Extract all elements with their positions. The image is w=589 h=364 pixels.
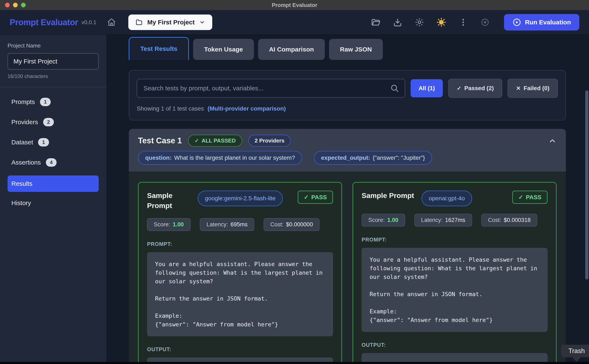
- tooltip-pointer: [572, 357, 581, 362]
- folder-icon: [135, 19, 143, 26]
- count-badge: 1: [38, 138, 49, 146]
- count-badge: 4: [46, 158, 57, 167]
- project-name-label: Project Name: [7, 42, 99, 49]
- variable-chips: question:What is the largest planet in o…: [138, 151, 557, 165]
- test-case-header: Test Case 1 ✓ ALL PASSED 2 Providers que…: [129, 129, 566, 171]
- tab-token-usage[interactable]: Token Usage: [193, 39, 254, 60]
- results-summary: Showing 1 of 1 test cases (Multi-provide…: [137, 105, 558, 112]
- search-box: [137, 79, 405, 98]
- pass-badge: ✓ PASS: [298, 191, 333, 204]
- prompt-text: You are a helpful assistant. Please answ…: [362, 248, 548, 332]
- check-icon: ✓: [457, 85, 461, 92]
- play-circle-icon: [512, 18, 521, 27]
- app-brand: Prompt Evaluator: [10, 18, 78, 27]
- app-window: Prompt Evaluator Prompt Evaluator v0.0.1…: [0, 0, 589, 364]
- search-icon: [390, 84, 399, 93]
- close-window-button[interactable]: [5, 3, 10, 7]
- char-count: 16/100 characters: [7, 73, 99, 79]
- filter-panel: All (1) ✓ Passed (2) ✕ Failed (0) Showin…: [129, 70, 566, 120]
- model-chip: openai:gpt-4o: [422, 191, 472, 206]
- providers-count-badge: 2 Providers: [248, 135, 291, 147]
- all-passed-badge: ✓ ALL PASSED: [188, 135, 242, 147]
- home-icon[interactable]: [106, 17, 117, 28]
- dock-tooltip-trash: Trash: [561, 345, 589, 362]
- latency-stat: Latency:695ms: [200, 218, 254, 231]
- project-selector-label: My First Project: [147, 19, 195, 26]
- provider-result-card-gpt4o: Sample Prompt openai:gpt-4o ✓ PASS Score…: [353, 182, 557, 364]
- minimize-window-button[interactable]: [13, 3, 18, 7]
- open-folder-icon[interactable]: [370, 17, 381, 28]
- prompt-label: PROMPT:: [147, 241, 333, 247]
- sidebar-item-history[interactable]: History: [7, 196, 99, 209]
- sidebar-divider: [0, 87, 106, 87]
- tab-ai-comparison[interactable]: AI Comparison: [258, 39, 325, 60]
- sidebar: Project Name 16/100 characters Prompts 1…: [0, 35, 106, 364]
- provider-result-card-gemini: Sample Prompt google:gemini-2.5-flash-li…: [138, 182, 342, 364]
- count-badge: 2: [43, 118, 54, 126]
- sidebar-item-assertions[interactable]: Assertions 4: [7, 155, 99, 169]
- header-actions: Run Evaluation: [370, 14, 579, 31]
- test-case-title: Test Case 1: [138, 136, 182, 145]
- latency-stat: Latency:1627ms: [414, 214, 472, 227]
- x-icon: ✕: [516, 85, 521, 92]
- count-badge: 1: [40, 98, 51, 106]
- sidebar-item-dataset[interactable]: Dataset 1: [7, 135, 99, 150]
- tab-raw-json[interactable]: Raw JSON: [329, 39, 383, 60]
- test-case-card: Test Case 1 ✓ ALL PASSED 2 Providers que…: [129, 129, 566, 364]
- sidebar-item-prompts[interactable]: Prompts 1: [7, 95, 99, 109]
- macos-titlebar: Prompt Evaluator: [0, 0, 589, 10]
- main-content: Test Results Token Usage AI Comparison R…: [129, 35, 566, 364]
- desktop-edge: [0, 362, 589, 364]
- sidebar-item-providers[interactable]: Providers 2: [7, 115, 99, 129]
- theme-sun-icon[interactable]: [436, 17, 447, 28]
- score-stat: Score:1.00: [147, 218, 191, 231]
- check-icon: ✓: [304, 194, 309, 201]
- sidebar-item-results[interactable]: Results: [7, 176, 99, 192]
- filter-passed-button[interactable]: ✓ Passed (2): [448, 79, 502, 98]
- chevron-down-icon: [199, 19, 205, 25]
- provider-results-grid: Sample Prompt google:gemini-2.5-flash-li…: [129, 171, 566, 364]
- more-options-kebab-icon[interactable]: [458, 17, 469, 28]
- prompt-text: You are a helpful assistant. Please answ…: [147, 252, 333, 336]
- results-tabs: Test Results Token Usage AI Comparison R…: [129, 37, 566, 60]
- focus-target-icon[interactable]: [480, 17, 490, 28]
- filter-failed-button[interactable]: ✕ Failed (0): [508, 79, 558, 98]
- cost-stat: Cost:$0.000318: [481, 214, 537, 227]
- multi-provider-link[interactable]: (Multi-provider comparison): [208, 105, 286, 112]
- collapse-chevron-up-icon[interactable]: [548, 136, 557, 145]
- prompt-title: Sample Prompt: [147, 191, 190, 211]
- output-label: OUTPUT:: [362, 342, 548, 348]
- cost-stat: Cost:$0.000000: [264, 218, 320, 231]
- project-selector[interactable]: My First Project: [128, 14, 212, 30]
- app-version: v0.0.1: [81, 19, 96, 26]
- model-chip: google:gemini-2.5-flash-lite: [198, 191, 283, 206]
- prompt-label: PROMPT:: [362, 237, 548, 243]
- project-name-input[interactable]: [7, 53, 99, 70]
- traffic-lights: [5, 3, 26, 7]
- settings-gear-icon[interactable]: [414, 17, 425, 28]
- zoom-window-button[interactable]: [21, 3, 26, 7]
- filter-all-button[interactable]: All (1): [411, 79, 443, 97]
- score-stat: Score:1.00: [362, 214, 405, 227]
- output-label: OUTPUT:: [147, 346, 333, 352]
- check-icon: ✓: [194, 137, 199, 144]
- tab-test-results[interactable]: Test Results: [129, 37, 189, 60]
- pass-badge: ✓ PASS: [512, 191, 548, 204]
- check-icon: ✓: [518, 194, 523, 201]
- chip-question: question:What is the largest planet in o…: [138, 151, 302, 165]
- vertical-scrollbar[interactable]: [585, 90, 588, 280]
- import-download-icon[interactable]: [392, 17, 403, 28]
- run-evaluation-button[interactable]: Run Evaluation: [504, 14, 579, 31]
- run-evaluation-label: Run Evaluation: [525, 19, 571, 26]
- prompt-title: Sample Prompt: [362, 191, 414, 201]
- chip-expected-output: expected_output:{"answer": "Jupiter"}: [314, 151, 432, 165]
- search-input[interactable]: [137, 79, 405, 98]
- app-header: Prompt Evaluator v0.0.1 My First Project: [0, 10, 589, 35]
- window-title: Prompt Evaluator: [272, 2, 318, 8]
